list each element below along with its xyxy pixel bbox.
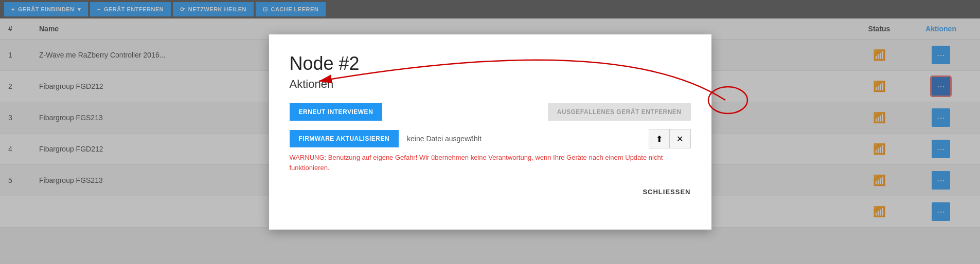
- file-actions: ⬆ ✕: [649, 129, 691, 148]
- warning-text: WARNUNG: Benutzung auf eigene Gefahr! Wi…: [290, 153, 691, 173]
- modal-overlay: Node #2 Aktionen ERNEUT INTERVIEWEN AUSG…: [0, 0, 980, 264]
- close-button[interactable]: SCHLIESSEN: [643, 188, 690, 196]
- clear-file-button[interactable]: ✕: [670, 129, 690, 148]
- interview-button[interactable]: ERNEUT INTERVIEWEN: [290, 103, 383, 121]
- modal-section-label: Aktionen: [290, 78, 691, 91]
- upload-file-button[interactable]: ⬆: [649, 129, 670, 148]
- file-status-text: keine Datei ausgewählt: [407, 135, 640, 143]
- modal-title: Node #2: [290, 53, 691, 74]
- modal-action-row: ERNEUT INTERVIEWEN AUSGEFALLENES GERÄT E…: [290, 103, 691, 121]
- firmware-update-button[interactable]: FIRMWARE AKTUALISIEREN: [290, 130, 399, 147]
- remove-failed-button: AUSGEFALLENES GERÄT ENTFERNEN: [548, 103, 691, 121]
- node-modal: Node #2 Aktionen ERNEUT INTERVIEWEN AUSG…: [269, 34, 711, 230]
- firmware-row: FIRMWARE AKTUALISIEREN keine Datei ausge…: [290, 129, 691, 148]
- modal-footer: SCHLIESSEN: [290, 188, 691, 196]
